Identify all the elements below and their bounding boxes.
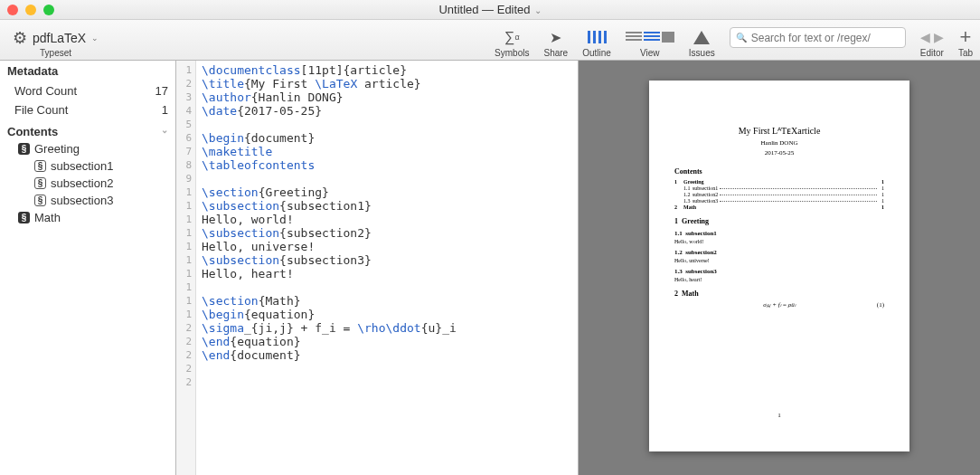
issues-button[interactable]: Issues [682,20,722,60]
word-count-label: Word Count [14,84,77,98]
share-icon: ➤ [550,28,561,46]
toc-row: 1.3subsection31 [674,198,884,204]
search-icon: 🔍 [736,33,747,43]
window-title: Untitled — Edited⌄ [0,3,980,16]
toc-row: 2Math1 [674,204,884,210]
outline-item[interactable]: §subsection3 [0,192,175,209]
toc-row: 1.2subsection21 [674,192,884,197]
section-icon: § [34,195,46,206]
section-icon: § [34,160,46,172]
section-heading: 2 Math [674,290,884,298]
doc-author: Hanlin DONG [674,139,884,147]
outline-item-label: subsection1 [51,159,113,173]
outline-item-label: subsection2 [51,176,113,190]
outline-icon [588,28,607,46]
symbols-button[interactable]: ∑α Symbols [487,20,536,60]
gear-icon[interactable]: ⚙︎ [13,28,27,48]
file-count-row: File Count 1 [0,100,175,119]
equation-number: (1) [877,301,884,309]
body-text: Hello, heart! [674,277,884,282]
toc-row: 1.1subsection11 [674,185,884,191]
word-count-row: Word Count 17 [0,81,175,100]
plus-icon: + [960,28,972,46]
nav-arrows-icon: ◀▶ [920,28,944,46]
search-field[interactable]: 🔍 [730,27,906,48]
section-icon: § [34,177,46,189]
outline-item[interactable]: §subsection2 [0,175,175,192]
chevron-down-icon[interactable]: ⌄ [91,33,99,43]
outline-item[interactable]: §Math [0,209,175,226]
contents-heading: Contents ⌄ [0,119,175,140]
body-text: Hello, world! [674,239,884,244]
search-group: 🔍 [722,20,913,60]
sidebar: Metadata Word Count 17 File Count 1 Cont… [0,61,176,475]
doc-date: 2017-05-25 [674,149,884,157]
subsection-heading: 1.3 subsection3 [674,268,884,275]
tab-button[interactable]: + Tab [951,20,980,60]
sigma-icon: ∑α [504,28,520,46]
file-count-value: 1 [162,103,168,117]
chevron-down-icon[interactable]: ⌄ [534,5,542,15]
workspace: Metadata Word Count 17 File Count 1 Cont… [0,61,980,475]
pdf-preview[interactable]: My First LᴬTᴇXarticle Hanlin DONG 2017-0… [579,61,980,475]
subsection-heading: 1.2 subsection2 [674,249,884,256]
toc-row: 1Greeting1 [674,179,884,185]
code-area[interactable]: \documentclass[11pt]{article}\title{My F… [196,61,578,475]
search-input[interactable] [751,32,900,44]
toolbar: ⚙︎ pdfLaTeX ⌄ Typeset ∑α Symbols ➤ Share… [0,20,980,61]
outline-item-label: subsection3 [51,194,113,207]
pdf-page: My First LᴬTᴇXarticle Hanlin DONG 2017-0… [649,81,909,451]
section-heading: 1 Greeting [674,217,884,225]
editor-nav[interactable]: ◀▶ Editor [913,20,951,60]
share-button[interactable]: ➤ Share [536,20,575,60]
section-icon: § [18,143,30,155]
engine-selector[interactable]: pdfLaTeX [33,31,86,45]
outline-button[interactable]: Outline [575,20,618,60]
word-count-value: 17 [155,84,168,98]
toc-heading: Contents [674,167,884,176]
file-count-label: File Count [14,103,68,117]
maximize-icon[interactable] [43,5,54,15]
typeset-group: ⚙︎ pdfLaTeX ⌄ Typeset [0,20,111,60]
metadata-heading: Metadata [0,61,175,81]
close-icon[interactable] [7,5,18,15]
doc-title: My First LᴬTᴇXarticle [674,126,884,136]
section-icon: § [18,212,30,223]
page-number: 1 [649,412,909,419]
view-selector[interactable]: View [618,20,682,60]
minimize-icon[interactable] [25,5,36,15]
titlebar: Untitled — Edited⌄ [0,0,980,20]
view-icon [626,28,674,46]
subsection-heading: 1.1 subsection1 [674,230,884,237]
typeset-button[interactable]: Typeset [40,48,71,60]
warning-icon [693,28,710,46]
line-gutter: 123456789111111111122222 [176,61,196,475]
window-controls [7,5,54,15]
outline-item[interactable]: §subsection1 [0,157,175,175]
outline-item[interactable]: §Greeting [0,140,175,157]
equation: σⱼᵢ,ⱼ + fᵢ = ρüᵢ (1) [674,301,884,309]
outline-item-label: Math [34,211,61,224]
body-text: Hello, universe! [674,258,884,263]
outline-item-label: Greeting [34,142,80,156]
chevron-icon[interactable]: ⌄ [161,125,168,138]
code-editor[interactable]: 123456789111111111122222 \documentclass[… [176,61,579,475]
